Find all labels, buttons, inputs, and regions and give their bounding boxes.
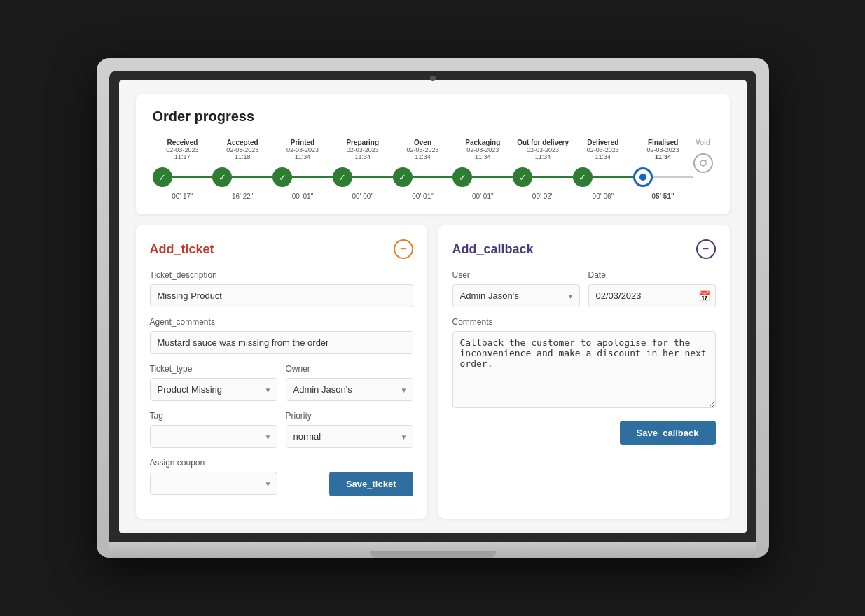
callback-date-input[interactable] bbox=[588, 284, 716, 307]
ticket-type-label: Ticket_type bbox=[150, 364, 277, 374]
tag-label: Tag bbox=[150, 411, 277, 421]
step-out-for-delivery: Out for delivery 02-03-2023 11:34 ✓ 00' bbox=[513, 139, 573, 200]
step-circle-void bbox=[693, 153, 713, 173]
ticket-description-label: Ticket_description bbox=[150, 270, 413, 280]
owner-select[interactable]: Admin Jason's Admin bbox=[286, 378, 413, 401]
callback-user-wrapper: Admin Jason's Admin ▼ bbox=[452, 284, 580, 307]
callback-comments-section: Comments Callback the customer to apolog… bbox=[452, 317, 716, 421]
laptop-frame: Order progress Received 02-03-2023 11:17 bbox=[97, 58, 769, 558]
agent-comments-input[interactable] bbox=[150, 331, 413, 354]
user-date-row: User Admin Jason's Admin ▼ bbox=[452, 270, 716, 307]
progress-steps: Received 02-03-2023 11:17 ✓ 00' 17" bbox=[153, 139, 713, 200]
tag-select[interactable] bbox=[150, 425, 277, 448]
save-ticket-button[interactable]: Save_ticket bbox=[329, 472, 413, 496]
priority-wrapper: normal high low ▼ bbox=[286, 425, 413, 448]
callback-comments-textarea[interactable]: Callback the customer to apologise for t… bbox=[452, 331, 716, 408]
order-progress-title: Order progress bbox=[153, 108, 713, 125]
owner-wrapper: Admin Jason's Admin ▼ bbox=[286, 378, 413, 401]
camera bbox=[430, 76, 436, 81]
step-circle-received: ✓ bbox=[153, 167, 172, 187]
assign-coupon-select[interactable] bbox=[150, 472, 277, 495]
step-accepted: Accepted 02-03-2023 11:18 ✓ 16' 22" bbox=[212, 139, 272, 200]
assign-coupon-row: ▼ Save_ticket bbox=[150, 472, 413, 505]
tag-priority-row: Tag ▼ Priority bbox=[150, 411, 413, 458]
step-delivered: Delivered 02-03-2023 11:34 ✓ 00' 06" bbox=[573, 139, 633, 200]
step-packaging: Packaging 02-03-2023 11:34 ✓ 00' 01" bbox=[452, 139, 513, 200]
svg-point-0 bbox=[700, 160, 706, 166]
ticket-minus-button[interactable]: − bbox=[394, 239, 413, 259]
assign-coupon-wrapper: ▼ bbox=[150, 472, 277, 495]
callback-minus-button[interactable]: − bbox=[696, 239, 716, 259]
step-circle-finalised bbox=[633, 167, 653, 187]
add-callback-card: Add_callback − User Admin Jason's Admin bbox=[438, 225, 730, 519]
agent-comments-label: Agent_comments bbox=[150, 317, 413, 327]
screen-bezel: Order progress Received 02-03-2023 11:17 bbox=[109, 71, 756, 542]
owner-label: Owner bbox=[286, 364, 413, 374]
forms-row: Add_ticket − Ticket_description Agent_co… bbox=[136, 225, 730, 519]
step-circle-packaging: ✓ bbox=[452, 167, 472, 187]
priority-select[interactable]: normal high low bbox=[286, 425, 413, 448]
step-circle-delivered: ✓ bbox=[573, 167, 593, 187]
callback-date-wrapper: 📅 bbox=[588, 284, 716, 307]
laptop-base bbox=[109, 542, 756, 558]
ticket-card-header: Add_ticket − bbox=[150, 239, 413, 259]
screen: Order progress Received 02-03-2023 11:17 bbox=[119, 80, 747, 533]
ticket-type-owner-row: Ticket_type Product Missing Wrong Order … bbox=[150, 364, 413, 411]
step-preparing: Preparing 02-03-2023 11:34 ✓ 00' 00" bbox=[333, 139, 393, 200]
callback-save-row: Save_callback bbox=[452, 421, 716, 445]
ticket-type-wrapper: Product Missing Wrong Order Late Deliver… bbox=[150, 378, 277, 401]
callback-card-header: Add_callback − bbox=[452, 239, 716, 259]
step-circle-printed: ✓ bbox=[272, 167, 292, 187]
step-circle-accepted: ✓ bbox=[212, 167, 232, 187]
svg-line-1 bbox=[705, 160, 707, 161]
order-progress-card: Order progress Received 02-03-2023 11:17 bbox=[136, 94, 730, 214]
add-ticket-card: Add_ticket − Ticket_description Agent_co… bbox=[136, 225, 427, 519]
step-printed: Printed 02-03-2023 11:34 ✓ 00' 01" bbox=[272, 139, 333, 200]
step-void: Void bbox=[693, 139, 713, 178]
callback-user-select[interactable]: Admin Jason's Admin bbox=[452, 284, 580, 307]
step-oven: Oven 02-03-2023 11:34 ✓ 00' 01" bbox=[393, 139, 453, 200]
step-finalised: Finalised 02-03-2023 11:34 05' 51" bbox=[633, 139, 693, 200]
ticket-type-select[interactable]: Product Missing Wrong Order Late Deliver… bbox=[150, 378, 277, 401]
step-circle-out-for-delivery: ✓ bbox=[513, 167, 532, 187]
callback-comments-label: Comments bbox=[452, 317, 716, 327]
tag-wrapper: ▼ bbox=[150, 425, 277, 448]
add-callback-title: Add_callback bbox=[452, 242, 534, 257]
ticket-description-input[interactable] bbox=[150, 284, 413, 307]
save-callback-button[interactable]: Save_callback bbox=[620, 421, 716, 445]
step-received: Received 02-03-2023 11:17 ✓ 00' 17" bbox=[153, 139, 213, 200]
step-circle-preparing: ✓ bbox=[333, 167, 352, 187]
assign-coupon-label: Assign coupon bbox=[150, 458, 413, 468]
callback-user-label: User bbox=[452, 270, 580, 280]
step-circle-oven: ✓ bbox=[393, 167, 413, 187]
add-ticket-title: Add_ticket bbox=[150, 242, 214, 257]
priority-label: Priority bbox=[286, 411, 413, 421]
callback-date-label: Date bbox=[588, 270, 716, 280]
